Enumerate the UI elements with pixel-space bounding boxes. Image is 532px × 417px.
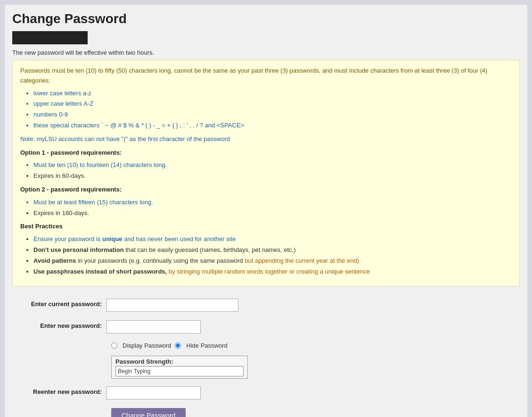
display-password-label[interactable]: Display Password <box>123 342 171 349</box>
new-password-label: Enter new password: <box>12 320 106 329</box>
option2-item: Expires in 180-days. <box>33 208 512 218</box>
strength-inner: Password Strength: Begin Typing <box>111 356 248 379</box>
reenter-password-input[interactable] <box>106 386 201 400</box>
display-password-radio[interactable] <box>111 342 117 349</box>
password-strength-box: Password Strength: Begin Typing <box>111 356 248 379</box>
best-practices-header: Best Practices <box>20 222 512 232</box>
option1-header: Option 1 - password requirements: <box>20 148 512 158</box>
categories-list: lower case letters a-z upper case letter… <box>33 89 512 131</box>
requirement-intro: Passwords must be ten (10) to fifty (50)… <box>20 66 512 86</box>
hide-password-radio[interactable] <box>175 342 181 349</box>
option2-item: Must be at least fifteen (15) characters… <box>33 198 512 208</box>
option1-list: Must be ten (10) to fourteen (14) charac… <box>33 160 512 181</box>
strength-placeholder-text: Begin Typing <box>118 368 150 375</box>
note-text: Note: myLSU accounts can not have "(" as… <box>20 134 512 144</box>
strength-label: Password Strength: <box>115 358 173 365</box>
main-container: Change Password The new password will be… <box>5 5 527 417</box>
current-password-input[interactable] <box>106 299 238 312</box>
password-visibility-row: Display Password Hide Password <box>111 342 520 349</box>
option2-list: Must be at least fifteen (15) characters… <box>33 198 512 218</box>
new-password-row: Enter new password: <box>12 320 520 334</box>
reenter-password-label: Reenter new password: <box>12 386 106 395</box>
category-item: upper case letters A-Z <box>33 99 512 109</box>
strength-label-row: Password Strength: <box>115 358 244 365</box>
hide-password-label[interactable]: Hide Password <box>186 342 227 349</box>
effective-text: The new password will be effective withi… <box>12 49 520 56</box>
bp-item: Avoid patterns in your passwords (e.g. c… <box>33 256 512 266</box>
bp-item: Ensure your password is unique and has n… <box>33 234 512 244</box>
change-password-button[interactable]: Change Password <box>111 408 186 417</box>
username-display <box>12 31 88 44</box>
reenter-password-row: Reenter new password: <box>12 386 520 400</box>
best-practices-list: Ensure your password is unique and has n… <box>33 234 512 276</box>
submit-row: Change Password <box>111 408 520 417</box>
option2-header: Option 2 - password requirements: <box>20 185 512 195</box>
bp-item: Use passphrases instead of short passwor… <box>33 267 512 277</box>
new-password-input[interactable] <box>106 320 201 334</box>
category-item: numbers 0-9 <box>33 110 512 120</box>
page-title: Change Password <box>12 11 520 26</box>
form-section: Enter current password: Enter new passwo… <box>12 294 520 417</box>
current-password-row: Enter current password: <box>12 299 520 312</box>
bp-item: Don't use personal information that can … <box>33 245 512 255</box>
current-password-label: Enter current password: <box>12 299 106 308</box>
category-item: these special characters ` ~ @ # $ % & *… <box>33 121 512 131</box>
info-panel: Passwords must be ten (10) to fifty (50)… <box>12 60 520 286</box>
category-item: lower case letters a-z <box>33 89 512 99</box>
option1-item: Must be ten (10) to fourteen (14) charac… <box>33 160 512 170</box>
strength-bar: Begin Typing <box>115 366 244 376</box>
option1-item: Expires in 60-days. <box>33 171 512 181</box>
